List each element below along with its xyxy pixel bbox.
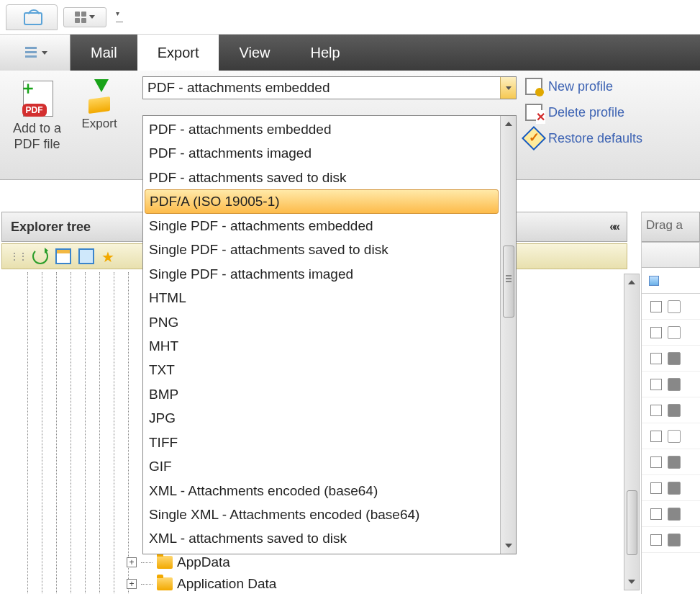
collapse-chevron-icon[interactable]: ««	[609, 220, 618, 233]
dropdown-item[interactable]: MHT	[143, 334, 500, 358]
add-to-pdf-button[interactable]: ＋ Add to a PDF file	[9, 76, 65, 153]
select-all-box-icon	[649, 276, 659, 286]
row-checkbox[interactable]	[650, 456, 662, 468]
right-column-header[interactable]	[642, 242, 700, 268]
dropdown-item[interactable]: HTML	[143, 286, 500, 310]
tree-expander[interactable]: +	[127, 579, 137, 589]
grid-icon	[75, 12, 86, 23]
list-row[interactable]	[642, 423, 700, 449]
dropdown-item[interactable]: PDF - attachments saved to disk	[143, 166, 500, 189]
tab-export[interactable]: Export	[137, 35, 219, 71]
window-icon-2[interactable]	[78, 248, 94, 264]
row-type-icon	[668, 404, 681, 417]
list-row[interactable]	[642, 294, 700, 320]
tree-expander[interactable]: +	[127, 557, 137, 567]
layout-grid-button[interactable]	[63, 7, 106, 27]
dropdown-item[interactable]: GIF	[143, 454, 500, 478]
dropdown-item[interactable]: TXT	[143, 358, 500, 382]
tab-view[interactable]: View	[219, 35, 290, 71]
dropdown-item[interactable]: PDF/A (ISO 19005-1)	[145, 189, 499, 213]
quick-access-overflow[interactable]: ▾—	[112, 7, 127, 27]
dropdown-item[interactable]: Single XML - attachments saved to disk	[143, 551, 500, 554]
delete-profile-link[interactable]: Delete profile	[525, 104, 642, 121]
restore-defaults-link[interactable]: Restore defaults	[525, 130, 642, 147]
row-checkbox[interactable]	[650, 431, 662, 442]
refresh-icon[interactable]	[32, 248, 48, 264]
scroll-down-arrow[interactable]	[624, 574, 639, 590]
dropdown-scrollbar[interactable]	[500, 116, 516, 554]
scroll-thumb[interactable]	[503, 246, 514, 318]
scroll-up-arrow[interactable]	[501, 116, 516, 132]
list-row[interactable]	[642, 527, 700, 553]
dropdown-item[interactable]: XML - attachments saved to disk	[143, 526, 500, 550]
file-menu-button[interactable]	[0, 35, 71, 71]
dropdown-item[interactable]: Single XML - Attachments encoded (base64…	[143, 503, 500, 526]
list-row[interactable]	[642, 449, 700, 475]
chevron-up-icon	[505, 122, 512, 126]
row-type-icon	[668, 430, 681, 443]
list-row[interactable]	[642, 475, 700, 501]
quick-access-bar: ▾—	[0, 0, 700, 35]
row-type-icon	[668, 482, 681, 495]
export-label: Export	[81, 117, 117, 131]
row-checkbox[interactable]	[650, 327, 662, 338]
ribbon-tabs: Mail Export View Help	[0, 35, 700, 71]
dropdown-item[interactable]: PDF - attachments imaged	[143, 141, 500, 165]
combobox-dropdown-button[interactable]	[500, 77, 516, 99]
export-format-dropdown-list: PDF - attachments embeddedPDF - attachme…	[142, 115, 517, 554]
row-type-icon	[668, 378, 681, 391]
row-checkbox[interactable]	[650, 379, 662, 390]
dropdown-items-container: PDF - attachments embeddedPDF - attachme…	[143, 116, 500, 554]
tree-item-appdata[interactable]: + AppData	[127, 552, 276, 573]
row-type-icon	[668, 456, 681, 469]
list-row[interactable]	[642, 372, 700, 397]
dropdown-item[interactable]: PDF - attachments embedded	[143, 117, 500, 141]
dropdown-item[interactable]: Single PDF - attachments embedded	[143, 214, 500, 238]
list-row[interactable]	[642, 397, 700, 423]
tree-label: AppData	[177, 554, 230, 570]
explorer-title: Explorer tree	[11, 220, 91, 235]
list-row[interactable]	[642, 320, 700, 346]
scroll-up-arrow[interactable]	[624, 274, 639, 290]
dropdown-item[interactable]: BMP	[143, 382, 500, 406]
row-checkbox[interactable]	[650, 353, 662, 364]
ribbon-group-add-pdf: ＋ Add to a PDF file	[3, 73, 71, 176]
dropdown-item[interactable]: JPG	[143, 406, 500, 430]
folder-icon	[157, 577, 173, 590]
row-checkbox[interactable]	[650, 301, 662, 312]
row-checkbox[interactable]	[650, 482, 662, 494]
row-checkbox[interactable]	[650, 405, 662, 416]
new-profile-link[interactable]: New profile	[525, 78, 642, 95]
row-type-icon	[668, 352, 681, 365]
chevron-down-icon	[89, 15, 95, 19]
app-icon-button[interactable]	[6, 4, 58, 30]
scroll-down-arrow[interactable]	[501, 538, 516, 554]
star-icon[interactable]: ★	[101, 248, 117, 264]
row-checkbox[interactable]	[650, 508, 662, 520]
window-icon-1[interactable]	[55, 248, 71, 264]
tree-item-application-data[interactable]: + Application Data	[127, 573, 276, 594]
grip-icon[interactable]	[9, 248, 25, 264]
list-row[interactable]	[642, 346, 700, 372]
pdf-file-icon: ＋	[19, 78, 55, 118]
row-checkbox[interactable]	[650, 534, 662, 546]
dropdown-item[interactable]: Single PDF - attachments saved to disk	[143, 238, 500, 261]
export-format-combobox[interactable]: PDF - attachments embedded	[142, 76, 517, 99]
main-scrollbar[interactable]	[624, 274, 640, 590]
tab-mail[interactable]: Mail	[71, 35, 137, 71]
dropdown-item[interactable]: XML - Attachments encoded (base64)	[143, 479, 500, 503]
right-panel-hint: Drag a	[642, 212, 700, 242]
right-select-all-row[interactable]	[642, 268, 700, 294]
dropdown-item[interactable]: Single PDF - attachments imaged	[143, 262, 500, 286]
scroll-thumb[interactable]	[627, 490, 637, 555]
tree-label: Application Data	[177, 576, 276, 592]
delete-icon	[525, 104, 542, 121]
chevron-down-icon	[505, 544, 512, 548]
dropdown-item[interactable]: TIFF	[143, 431, 500, 454]
list-row[interactable]	[642, 501, 700, 527]
export-button[interactable]: Export	[77, 76, 122, 132]
tab-help[interactable]: Help	[290, 35, 360, 71]
dropdown-item[interactable]: PNG	[143, 310, 500, 334]
tree-connector	[141, 562, 153, 563]
right-rows	[642, 294, 700, 553]
